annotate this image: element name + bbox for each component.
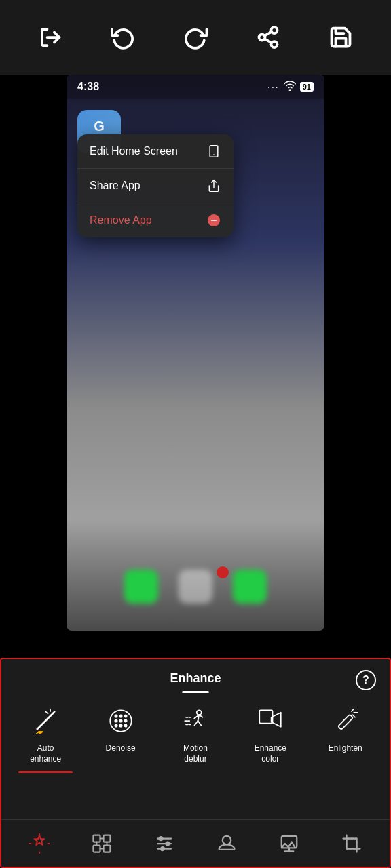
- context-menu: Edit Home Screen Share App Remove App: [77, 134, 234, 237]
- svg-rect-50: [104, 835, 111, 842]
- svg-line-34: [199, 715, 202, 717]
- redo-button[interactable]: [179, 20, 212, 54]
- motion-deblur-icon: [179, 704, 212, 738]
- denoise-label: Denoise: [106, 743, 136, 754]
- status-dots: ···: [267, 81, 280, 92]
- svg-point-6: [289, 90, 291, 91]
- svg-point-26: [115, 724, 117, 727]
- status-bar: 4:38 ··· 91: [67, 75, 324, 99]
- svg-point-24: [119, 719, 122, 722]
- share-button[interactable]: [251, 20, 285, 54]
- svg-rect-51: [94, 845, 100, 852]
- auto-enhance-tool[interactable]: Autoenhance: [18, 704, 73, 773]
- dock-icon-3: [233, 570, 267, 604]
- svg-point-25: [124, 719, 127, 722]
- dock-icon-2: [179, 570, 212, 604]
- save-button[interactable]: [324, 20, 358, 54]
- remove-app-label: Remove App: [90, 214, 152, 226]
- svg-line-5: [265, 32, 272, 36]
- svg-point-28: [124, 724, 127, 727]
- top-toolbar: [0, 0, 391, 75]
- svg-line-44: [352, 715, 355, 717]
- bottom-nav: [1, 819, 390, 867]
- undo-button[interactable]: [106, 20, 140, 54]
- motion-deblur-tool[interactable]: Motiondeblur: [168, 704, 223, 773]
- svg-point-20: [115, 715, 117, 717]
- svg-line-32: [198, 721, 201, 726]
- enlighten-label: Enlighten: [329, 743, 362, 754]
- svg-line-16: [53, 711, 56, 714]
- svg-rect-38: [260, 710, 273, 723]
- svg-line-42: [352, 709, 354, 712]
- nav-enhance[interactable]: [21, 828, 58, 859]
- nav-filters[interactable]: [83, 828, 120, 859]
- remove-app-icon: [206, 213, 221, 228]
- app-icon-letter: G: [94, 119, 105, 134]
- status-icons: ··· 91: [267, 80, 314, 94]
- svg-point-62: [161, 847, 164, 850]
- svg-rect-67: [347, 838, 357, 848]
- svg-point-23: [115, 719, 117, 722]
- share-app-label: Share App: [90, 180, 141, 192]
- share-app-icon: [206, 178, 221, 193]
- remove-app-item[interactable]: Remove App: [77, 203, 234, 237]
- battery-badge: 91: [300, 82, 314, 92]
- wifi-icon: [284, 80, 296, 94]
- enlighten-icon: [329, 704, 362, 738]
- phone-icon: [206, 144, 221, 159]
- dock-icon-badge: [217, 566, 229, 578]
- svg-point-58: [160, 837, 163, 840]
- enlighten-tool[interactable]: Enlighten: [318, 704, 373, 773]
- nav-ai-tools[interactable]: [271, 828, 308, 859]
- active-indicator: [18, 771, 73, 773]
- enhance-tools: Autoenhance Denois: [1, 704, 390, 784]
- svg-line-12: [37, 719, 48, 730]
- svg-point-29: [197, 710, 202, 715]
- svg-line-17: [45, 711, 48, 714]
- status-time: 4:38: [77, 81, 99, 93]
- edit-home-screen-label: Edit Home Screen: [90, 145, 178, 157]
- svg-rect-41: [338, 715, 353, 730]
- auto-enhance-label: Autoenhance: [30, 743, 61, 764]
- enhance-color-tool[interactable]: Enhancecolor: [243, 704, 297, 773]
- auto-enhance-icon: [29, 704, 62, 738]
- svg-point-60: [166, 842, 170, 845]
- dock-icon-1: [124, 570, 158, 604]
- svg-line-4: [265, 39, 272, 43]
- help-button[interactable]: ?: [356, 670, 376, 690]
- svg-point-21: [119, 715, 122, 717]
- enhance-divider: [182, 691, 209, 693]
- svg-rect-52: [104, 845, 111, 852]
- denoise-tool[interactable]: Denoise: [94, 704, 148, 773]
- enhance-color-label: Enhancecolor: [255, 743, 286, 764]
- motion-deblur-label: Motiondeblur: [183, 743, 208, 764]
- phone-screen: 4:38 ··· 91 G: [67, 75, 324, 631]
- enhance-title: Enhance: [170, 671, 221, 686]
- nav-adjust[interactable]: [146, 828, 183, 859]
- svg-point-63: [223, 835, 231, 844]
- svg-rect-49: [94, 835, 100, 842]
- svg-marker-18: [36, 732, 43, 734]
- share-app-item[interactable]: Share App: [77, 169, 234, 203]
- enhance-header: Enhance ?: [1, 659, 390, 691]
- phone-dock-icons: [124, 570, 267, 604]
- enhance-color-icon: [253, 704, 287, 738]
- nav-crop[interactable]: [333, 828, 370, 859]
- svg-point-27: [119, 724, 122, 727]
- exit-button[interactable]: [33, 20, 67, 54]
- nav-retouch[interactable]: [208, 828, 245, 859]
- svg-point-22: [124, 715, 127, 717]
- svg-line-31: [194, 721, 198, 726]
- enhance-panel: Enhance ? Autoenhance: [0, 658, 391, 868]
- edit-home-screen-item[interactable]: Edit Home Screen: [77, 134, 234, 169]
- denoise-icon: [104, 704, 138, 738]
